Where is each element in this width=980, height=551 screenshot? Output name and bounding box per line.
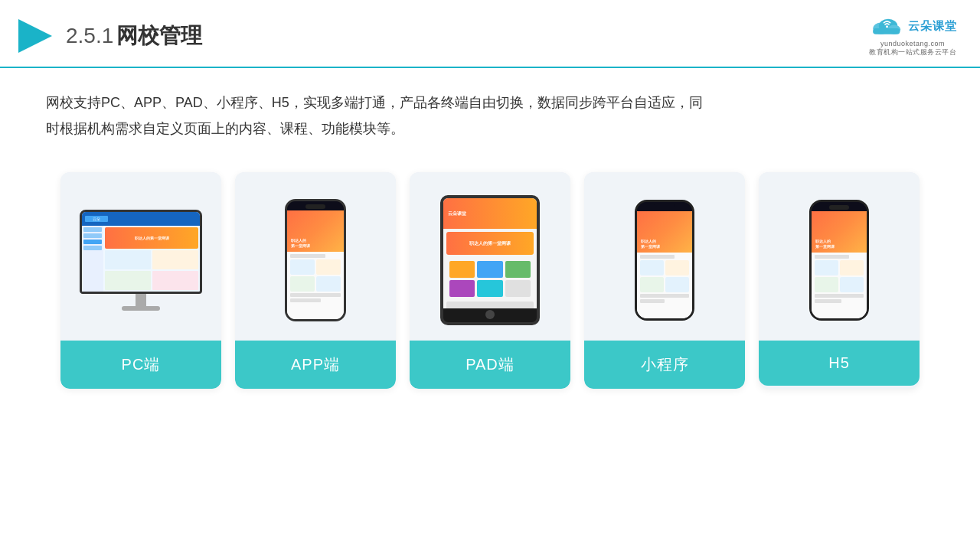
pad-mockup: 云朵课堂 职达人的第一堂网课 — [440, 195, 540, 325]
svg-point-5 — [886, 25, 888, 28]
h5-label: H5 — [759, 341, 920, 386]
page-header: 2.5.1网校管理 云朵课堂 yunduoketang.com 教育机构一站式服… — [0, 0, 980, 68]
h5-mockup: 职达人的第一堂网课 — [809, 200, 869, 321]
header-left: 2.5.1网校管理 — [15, 16, 202, 56]
card-app: 职达人的第一堂网课 APP端 — [235, 172, 396, 389]
card-pad: 云朵课堂 职达人的第一堂网课 — [410, 172, 570, 389]
logo-tagline: yunduoketang.com 教育机构一站式服务云平台 — [869, 40, 956, 57]
h5-image-area: 职达人的第一堂网课 — [759, 172, 920, 341]
pc-image-area: 云朵 职达人的第一堂网课 — [60, 172, 221, 341]
logo-image: 云朵课堂 — [868, 14, 957, 38]
app-phone-mockup: 职达人的第一堂网课 — [285, 199, 346, 321]
section-number: 2.5.1 — [66, 24, 113, 47]
cloud-icon — [868, 14, 903, 38]
svg-rect-4 — [873, 28, 900, 34]
app-image-area: 职达人的第一堂网课 — [235, 172, 396, 341]
app-label: APP端 — [235, 341, 396, 389]
play-icon — [15, 16, 55, 56]
card-pc: 云朵 职达人的第一堂网课 — [60, 172, 221, 389]
card-miniprogram: 职达人的第一堂网课 小程序 — [584, 172, 745, 389]
description-text: 网校支持PC、APP、PAD、小程序、H5，实现多端打通，产品各终端自由切换，数… — [0, 68, 750, 149]
pc-label: PC端 — [60, 341, 221, 389]
pad-label: PAD端 — [410, 341, 570, 389]
pc-mockup: 云朵 职达人的第一堂网课 — [80, 210, 202, 311]
logo-area: 云朵课堂 yunduoketang.com 教育机构一站式服务云平台 — [868, 14, 957, 57]
page-title: 2.5.1网校管理 — [66, 21, 202, 51]
logo-name: 云朵课堂 — [908, 19, 957, 34]
device-cards-container: 云朵 职达人的第一堂网课 — [0, 149, 980, 412]
miniprogram-mockup: 职达人的第一堂网课 — [635, 200, 694, 321]
miniprogram-image-area: 职达人的第一堂网课 — [584, 172, 745, 341]
svg-marker-0 — [18, 19, 52, 53]
pad-image-area: 云朵课堂 职达人的第一堂网课 — [410, 172, 570, 341]
miniprogram-label: 小程序 — [584, 341, 745, 389]
card-h5: 职达人的第一堂网课 H5 — [759, 172, 920, 389]
